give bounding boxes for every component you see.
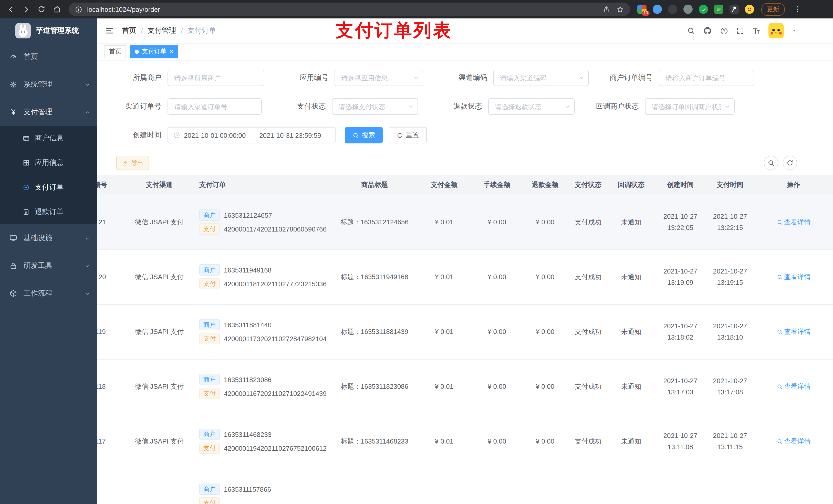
table-row: 117 微信 JSAPI 支付 商户 1635311468233 支 <box>97 414 833 469</box>
sidebar-item-dev-tools[interactable]: 研发工具 <box>0 252 97 280</box>
view-detail-link[interactable]: 查看详情 <box>777 382 811 391</box>
extension-notes-icon[interactable] <box>714 5 723 14</box>
sidebar-item-infrastructure[interactable]: 基础设施 <box>0 224 97 252</box>
status-cell: 支付成功 <box>569 195 608 249</box>
sidebar-item-merchant-info[interactable]: 商户信息 <box>0 126 97 150</box>
browser-reload-button[interactable] <box>35 3 48 16</box>
refund-status-select[interactable] <box>488 98 575 115</box>
tab-pay-order[interactable]: 支付订单 <box>130 45 178 58</box>
callback-cell: 未通知 <box>608 359 655 414</box>
pay-amount-cell: ¥ 0.01 <box>416 249 472 304</box>
refund-amount-cell: ¥ 0.00 <box>522 304 569 359</box>
export-button[interactable]: 导出 <box>116 156 149 170</box>
payment-order-no: 4200001181202110277723215336 <box>224 280 327 288</box>
extension-check-icon[interactable] <box>699 5 708 14</box>
extension-dark-icon[interactable] <box>668 5 677 14</box>
refresh-table-button[interactable] <box>783 156 797 170</box>
view-detail-label: 查看详情 <box>784 437 811 446</box>
search-icon <box>777 274 783 280</box>
payment-tag: 支付 <box>199 333 220 344</box>
status-cell: 支付成功 <box>569 304 608 359</box>
search-button[interactable]: 搜索 <box>345 127 383 143</box>
back-icon <box>6 5 15 14</box>
chevron-down-icon <box>85 291 90 296</box>
app-filter-select[interactable] <box>335 70 423 86</box>
tab-home[interactable]: 首页 <box>104 45 126 58</box>
view-detail-link[interactable]: 查看详情 <box>777 217 811 226</box>
merchant-tag: 商户 <box>199 429 220 440</box>
create-time-cell: 2021-10-27 13:22:05 <box>655 195 706 249</box>
avatar-dropdown-button[interactable] <box>791 26 797 35</box>
sidebar-item-home[interactable]: 首页 <box>0 43 97 71</box>
sidebar-item-system[interactable]: 系统管理 <box>0 71 97 98</box>
merchant-order-no-input[interactable] <box>659 70 754 86</box>
browser-update-button[interactable]: 更新 <box>761 3 785 16</box>
github-button[interactable] <box>703 26 712 35</box>
col-header-id: 编号 <box>97 175 132 195</box>
tab-close-icon[interactable] <box>170 48 173 55</box>
sidebar-item-app-info[interactable]: 应用信息 <box>0 150 97 175</box>
orders-table-body: 121 微信 JSAPI 支付 商户 1635312124657 支 <box>97 195 833 504</box>
download-icon <box>122 160 128 166</box>
extension-blue-icon[interactable] <box>653 5 662 14</box>
sidebar-item-label: 首页 <box>24 52 38 62</box>
toggle-search-button[interactable] <box>764 156 778 170</box>
fullscreen-button[interactable] <box>736 27 744 35</box>
create-time-cell: 2021-10-27 13:17:03 <box>655 359 706 414</box>
pay-status-select[interactable] <box>332 98 418 115</box>
view-detail-link[interactable]: 查看详情 <box>777 437 811 446</box>
col-header-order-no: 支付订单 <box>187 175 333 195</box>
view-detail-link[interactable]: 查看详情 <box>777 327 811 336</box>
font-size-button[interactable] <box>752 26 761 35</box>
create-time-range-input[interactable]: 2021-10-01 00:00:00 - 2021-10-31 23:59:5… <box>168 127 336 143</box>
breadcrumb-pay-manage[interactable]: 支付管理 <box>147 26 176 35</box>
browser-back-button[interactable] <box>4 3 18 16</box>
extension-pin-icon[interactable] <box>730 5 739 14</box>
extension-gray-icon[interactable] <box>684 5 693 14</box>
user-avatar[interactable] <box>768 23 784 39</box>
avatar-image <box>768 23 784 39</box>
col-header-fee-amount: 手续金额 <box>472 175 522 195</box>
sidebar-item-pay-order[interactable]: 支付订单 <box>0 175 97 200</box>
fee-amount-cell: ¥ 0.00 <box>472 195 522 249</box>
filter-label-pay-status: 支付状态 <box>262 102 332 111</box>
channel-order-no-input[interactable] <box>168 98 262 115</box>
merchant-tag: 商户 <box>199 264 220 275</box>
extensions-grid-icon[interactable]: 10 <box>637 5 646 14</box>
pay-amount-cell: ¥ 0.01 <box>416 414 472 469</box>
sidebar: 芋道管理系统 首页 系统管理 支付管理 商户信息 <box>0 19 97 504</box>
header-search-button[interactable] <box>687 27 695 35</box>
sidebar-item-payment[interactable]: 支付管理 <box>0 98 97 126</box>
callback-cell: 未通知 <box>608 195 655 249</box>
dashboard-icon <box>9 53 18 61</box>
bookmark-star-icon[interactable] <box>616 5 624 13</box>
sidebar-toggle-button[interactable] <box>97 19 122 43</box>
fee-amount-cell: ¥ 0.00 <box>472 359 522 414</box>
logo-avatar <box>15 23 31 39</box>
document-icon <box>23 209 30 216</box>
callback-status-select[interactable] <box>645 98 735 115</box>
sidebar-item-workflow[interactable]: 工作流程 <box>0 280 97 307</box>
merchant-tag: 商户 <box>199 483 220 495</box>
merchant-tag: 商户 <box>199 319 220 330</box>
smiley-icon <box>745 5 754 14</box>
reset-button[interactable]: 重置 <box>389 127 427 143</box>
url-bar[interactable]: localhost:1024/pay/order <box>69 3 630 16</box>
channel-code-filter-select[interactable] <box>493 70 589 86</box>
view-detail-link[interactable]: 查看详情 <box>777 272 811 282</box>
extension-face-icon[interactable] <box>745 5 754 14</box>
help-button[interactable] <box>720 26 729 35</box>
merchant-filter-input[interactable] <box>168 70 264 86</box>
breadcrumb-home[interactable]: 首页 <box>122 26 136 35</box>
sidebar-item-refund-order[interactable]: 退款订单 <box>0 200 97 224</box>
order-no-cell: 商户 1635312124657 支付 42000011742021102780… <box>187 195 333 249</box>
browser-menu-button[interactable] <box>791 3 804 16</box>
sidebar-item-label: 支付订单 <box>35 183 64 192</box>
browser-home-button[interactable] <box>50 3 64 16</box>
browser-forward-button[interactable] <box>20 3 33 16</box>
font-size-icon <box>752 26 761 35</box>
share-icon[interactable] <box>602 5 610 13</box>
refund-amount-cell: ¥ 0.00 <box>522 359 569 414</box>
search-icon <box>687 27 695 35</box>
orders-table-zone: 编号 支付渠道 支付订单 商品标题 支付金额 手续金额 退款金额 支付状态 回调… <box>97 175 833 504</box>
